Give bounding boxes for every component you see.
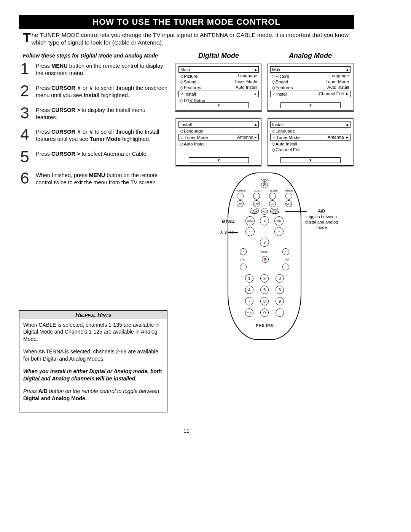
analog-mode-heading: Analog Mode [267, 52, 354, 60]
step-1: 1 Press MENU button on the remote contro… [19, 62, 167, 77]
step-2: 2 Press CURSOR ∧ or ∨ to scroll through … [19, 84, 167, 99]
menu-button: MENU [245, 216, 255, 225]
format-button [237, 193, 244, 200]
key-6: 6 [276, 286, 284, 294]
ad-button: A/D [261, 208, 268, 215]
ch-up-icon: ＋ [282, 248, 289, 255]
number-keypad: 1 2 3 4 5 6 7 8 9 A/CH 0 · [244, 274, 285, 317]
cursor-right-icon: ＞ [274, 227, 284, 236]
digital-install-menu-panel: Install ◇Language Tuner ModeAntenna ◇Aut… [175, 118, 262, 166]
vol-up-icon: ＋ [240, 248, 247, 255]
key-7: 7 [245, 297, 253, 305]
digital-mode-heading: Digital Mode [175, 52, 262, 60]
sap-button: SAP [253, 200, 260, 207]
hint-ad: Press A/D button on the remote control t… [23, 388, 163, 402]
analog-main-menu-panel: Main ◇PictureLanguage ◇SoundTuner Mode ◇… [267, 63, 354, 112]
step-number: 3 [19, 106, 30, 121]
key-2: 2 [260, 274, 269, 283]
step-number: 4 [19, 128, 30, 143]
power-button-icon: ⏻ [261, 181, 268, 188]
key-0: 0 [260, 308, 269, 317]
ok-button: OK [274, 216, 284, 225]
brand-label: PHILIPS [232, 324, 297, 328]
auto-picture-button: AUTO PICTURE [270, 208, 279, 214]
cursor-left-icon: ＜ [245, 227, 255, 236]
info-button: INFO [285, 200, 292, 207]
step-3: 3 Press CURSOR > to display the Install … [19, 106, 167, 121]
ach-button: A/CH [245, 308, 253, 317]
key-4: 4 [245, 286, 253, 294]
helpful-hints-title: Helpful Hints [19, 311, 167, 319]
key-3: 3 [276, 274, 284, 283]
step-number: 6 [19, 171, 30, 186]
step-number: 5 [19, 150, 30, 164]
sleep-button [269, 193, 276, 200]
mute-button-icon: 🔇 [262, 256, 269, 263]
helpful-hints-box: Helpful Hints When CABLE is selected, ch… [19, 310, 167, 412]
remote-control-diagram: POWER ⏻ FORMATCLOCKSLEEPGUIDE AV SAP CC … [228, 173, 301, 340]
cursor-up-icon: ∧ [260, 216, 269, 225]
analog-install-menu-panel: Install ◇Language Tuner ModeAntenna ◇Aut… [267, 118, 354, 166]
key-1: 1 [245, 274, 253, 283]
vol-down-icon: － [240, 264, 247, 270]
ch-down-icon: － [282, 264, 289, 270]
intro-paragraph: T he TUNER MODE control lets you change … [23, 31, 350, 46]
step-number: 1 [19, 62, 30, 77]
step-5: 5 Press CURSOR > to select Antenna or Ca… [19, 150, 167, 164]
digital-main-menu-panel: Main ◇PictureLanguage ◇SoundTuner Mode ◇… [175, 63, 262, 112]
power-label: POWER [232, 179, 297, 181]
drop-cap: T [23, 31, 32, 43]
cc-button: CC [269, 200, 276, 207]
cursor-down-icon: ∨ [260, 238, 269, 247]
step-4: 4 Press CURSOR ∧ or ∨ to scroll through … [19, 128, 167, 143]
key-dot: · [276, 308, 284, 317]
key-9: 9 [276, 297, 284, 305]
key-5: 5 [260, 286, 269, 294]
page-number: 11 [19, 428, 354, 434]
step-6: 6 When finished, press MENU button on th… [19, 171, 167, 186]
clock-button [253, 193, 260, 200]
guide-button [285, 193, 292, 200]
av-button: AV [237, 200, 244, 207]
auto-sound-button: AUTO SOUND [250, 208, 259, 214]
hint-cable: When CABLE is selected, channels 1-135 a… [23, 321, 163, 343]
hint-antenna: When ANTENNA is selected, channels 2-69 … [23, 348, 163, 363]
ad-callout: A/D toggles between digital and analog m… [301, 208, 342, 230]
follow-steps-label: Follow these steps for Digital Mode and … [23, 53, 167, 59]
step-number: 2 [19, 84, 30, 99]
key-8: 8 [260, 297, 269, 305]
hint-install: When you install in either Digital or An… [23, 368, 163, 382]
page-title: HOW TO USE THE TUNER MODE CONTROL [19, 15, 354, 29]
intro-text: he TUNER MODE control lets you change th… [32, 32, 349, 46]
